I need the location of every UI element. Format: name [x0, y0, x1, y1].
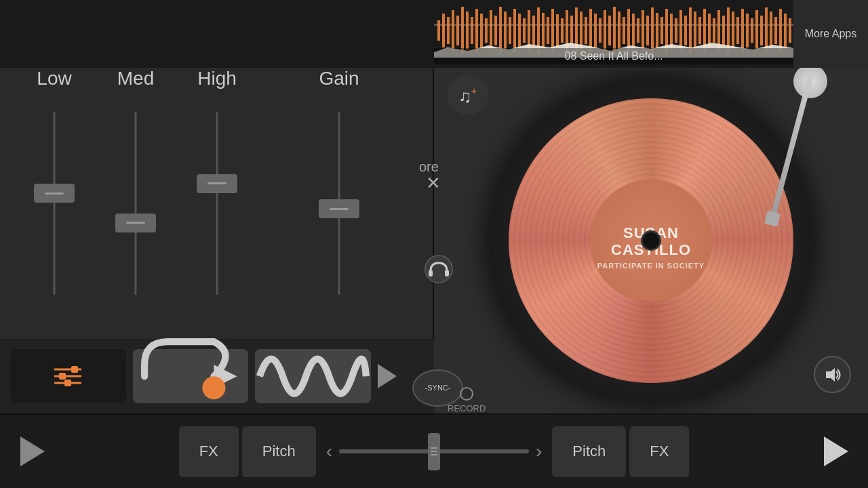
waveform-left [0, 0, 434, 68]
svg-rect-59 [713, 18, 715, 43]
fader-line-3 [431, 454, 437, 455]
loop-button[interactable] [133, 349, 249, 403]
svg-rect-16 [509, 17, 511, 44]
eq-label-med: Med [95, 68, 176, 89]
svg-rect-65 [741, 9, 744, 52]
svg-rect-32 [585, 17, 587, 44]
gain-slider[interactable] [285, 105, 393, 302]
fx-left-button[interactable]: FX [179, 426, 239, 477]
play-right-icon [824, 436, 848, 466]
svg-rect-31 [580, 12, 583, 49]
svg-rect-75 [789, 18, 791, 43]
svg-rect-41 [627, 9, 630, 52]
svg-rect-9 [475, 9, 478, 52]
headphones-icon[interactable] [424, 254, 454, 285]
svg-marker-89 [826, 368, 835, 382]
svg-rect-15 [504, 12, 507, 49]
vinyl-center-hole [641, 230, 661, 251]
low-slider-track [54, 112, 56, 295]
sync-label: -SYNC- [425, 384, 451, 392]
turntable-area: ♫ + SUSAN CASTILLO PARTICIPATE IN SOCIET… [434, 68, 868, 413]
svg-rect-66 [746, 14, 749, 47]
play-triangle-icon [378, 364, 397, 388]
svg-rect-6 [461, 7, 464, 54]
svg-rect-48 [660, 17, 663, 44]
svg-rect-26 [556, 14, 559, 47]
svg-rect-29 [570, 16, 573, 45]
svg-rect-11 [485, 18, 488, 43]
svg-rect-33 [589, 9, 592, 52]
turntable[interactable]: SUSAN CASTILLO PARTICIPATE IN SOCIETY [488, 78, 814, 403]
pitch-right-button[interactable]: Pitch [552, 426, 626, 477]
svg-rect-51 [675, 18, 677, 43]
svg-rect-50 [670, 14, 673, 47]
tonearm-arm [768, 74, 814, 226]
svg-rect-10 [480, 14, 483, 47]
svg-rect-37 [608, 16, 611, 45]
play-button-right[interactable] [817, 433, 854, 470]
fx-right-button[interactable]: FX [629, 426, 689, 477]
med-slider[interactable] [95, 105, 176, 302]
svg-rect-67 [751, 18, 753, 43]
high-slider-thumb[interactable] [197, 174, 237, 193]
svg-rect-8 [471, 17, 473, 44]
med-slider-thumb[interactable] [115, 214, 156, 232]
bottom-buttons [0, 339, 434, 413]
high-slider[interactable] [176, 105, 258, 302]
crossfader-track[interactable] [339, 449, 529, 453]
svg-rect-63 [732, 12, 734, 49]
svg-rect-53 [684, 16, 687, 45]
svg-rect-35 [599, 18, 601, 43]
music-note-icon: ♫ + [456, 83, 480, 107]
svg-rect-23 [542, 13, 545, 48]
svg-rect-61 [722, 16, 725, 45]
low-slider[interactable] [14, 105, 95, 302]
play-button-left[interactable] [14, 433, 51, 470]
svg-rect-45 [646, 16, 649, 45]
more-apps-button[interactable]: More Apps [793, 0, 868, 68]
close-x-button[interactable]: ✕ [426, 173, 441, 194]
waveform-right[interactable]: 08 Seen It All Befo... [434, 0, 793, 68]
eq-label-low: Low [14, 68, 95, 89]
svg-rect-47 [656, 13, 658, 48]
low-slider-thumb[interactable] [34, 184, 75, 203]
volume-button[interactable] [814, 356, 851, 393]
svg-rect-79 [59, 373, 66, 380]
fx-active-button[interactable] [10, 349, 126, 403]
svg-rect-55 [694, 12, 696, 49]
cue-button[interactable]: ♫ + [448, 75, 488, 115]
svg-text:♫: ♫ [458, 86, 472, 106]
gain-slider-thumb[interactable] [319, 199, 359, 218]
fader-line-2 [431, 451, 437, 452]
eq-sliders [14, 105, 420, 302]
wave-button[interactable] [255, 349, 371, 403]
crossfader-thumb[interactable] [428, 433, 440, 470]
eq-label-high: High [176, 68, 258, 89]
record-dot[interactable] [460, 387, 473, 401]
bottom-bar: FX Pitch ‹ › Pitch FX [0, 413, 868, 488]
svg-rect-40 [623, 17, 625, 44]
arrow-left-button[interactable]: ‹ [319, 437, 339, 466]
svg-rect-68 [755, 10, 758, 51]
pitch-left-button[interactable]: Pitch [242, 426, 316, 477]
svg-rect-58 [708, 14, 711, 47]
play-left-icon [20, 436, 45, 466]
svg-rect-56 [698, 17, 701, 44]
vinyl-label: SUSAN CASTILLO PARTICIPATE IN SOCIETY [590, 180, 712, 302]
svg-rect-3 [447, 17, 450, 44]
svg-rect-1 [437, 20, 440, 41]
svg-text:+: + [471, 85, 477, 96]
arrow-right-button[interactable]: › [529, 437, 549, 466]
svg-rect-27 [561, 18, 564, 43]
bottom-center-controls: FX Pitch ‹ › Pitch FX [51, 426, 817, 477]
svg-rect-43 [637, 18, 639, 43]
svg-rect-74 [784, 14, 787, 47]
svg-rect-18 [518, 14, 521, 47]
svg-rect-36 [604, 10, 606, 51]
svg-rect-72 [774, 17, 777, 44]
svg-rect-64 [736, 17, 739, 44]
svg-rect-12 [490, 10, 492, 51]
tonearm [732, 64, 841, 268]
record-section: RECORD [448, 387, 486, 413]
svg-rect-81 [64, 380, 71, 386]
